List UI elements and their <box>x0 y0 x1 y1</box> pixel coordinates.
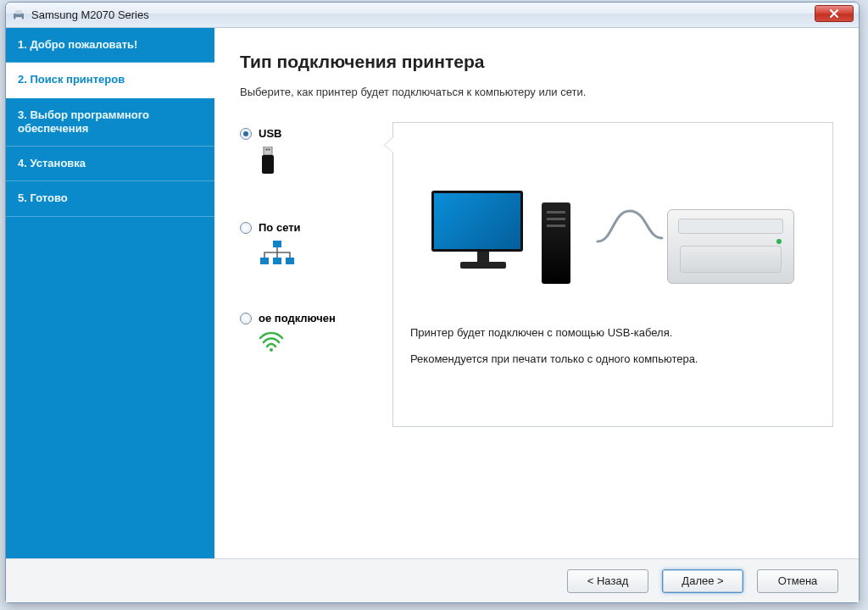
sidebar-item-label: 2. Поиск принтеров <box>18 73 125 86</box>
svg-rect-1 <box>15 10 22 14</box>
svg-rect-9 <box>260 258 269 264</box>
svg-rect-7 <box>269 149 270 151</box>
button-label: < Назад <box>587 574 628 587</box>
radio-usb[interactable] <box>240 128 252 140</box>
monitor-icon <box>431 191 535 284</box>
wifi-icon <box>259 331 284 355</box>
option-usb[interactable]: USB <box>240 127 392 179</box>
description: Принтер будет подключен с помощью USB-ка… <box>410 326 815 365</box>
close-button[interactable] <box>815 5 854 22</box>
option-label: По сети <box>259 221 301 234</box>
sidebar-item-search[interactable]: 2. Поиск принтеров <box>6 63 214 97</box>
usb-icon <box>259 147 277 179</box>
footer: < Назад Далее > Отмена <box>6 558 859 602</box>
option-wireless[interactable]: ое подключен <box>240 312 392 355</box>
network-icon <box>259 241 296 269</box>
next-button[interactable]: Далее > <box>662 569 743 593</box>
page-subtitle: Выберите, как принтер будет подключаться… <box>240 86 833 98</box>
printer-icon <box>667 209 794 284</box>
sidebar-item-done[interactable]: 5. Готово <box>6 181 214 216</box>
titlebar[interactable]: Samsung M2070 Series <box>6 3 859 28</box>
window-title: Samsung M2070 Series <box>31 8 149 21</box>
cable-icon <box>596 204 664 247</box>
back-button[interactable]: < Назад <box>567 569 648 593</box>
sidebar: 1. Добро пожаловать! 2. Поиск принтеров … <box>6 28 214 558</box>
option-label: USB <box>259 127 281 140</box>
main-panel: Тип подключения принтера Выберите, как п… <box>214 28 859 558</box>
installer-window: Samsung M2070 Series 1. Добро пожаловать… <box>5 2 860 603</box>
sidebar-item-label: 3. Выбор программного обеспечения <box>18 108 149 135</box>
sidebar-item-software[interactable]: 3. Выбор программного обеспечения <box>6 98 214 147</box>
close-icon <box>829 8 839 19</box>
page-title: Тип подключения принтера <box>240 52 833 72</box>
option-label: ое подключен <box>259 312 336 324</box>
svg-rect-11 <box>286 258 294 264</box>
options-row: USB По сети <box>240 122 833 427</box>
svg-rect-10 <box>273 258 281 264</box>
svg-point-3 <box>22 14 24 16</box>
options-column: USB По сети <box>240 122 392 427</box>
radio-wireless[interactable] <box>240 313 252 324</box>
sidebar-item-install[interactable]: 4. Установка <box>6 147 214 181</box>
connection-illustration <box>410 148 815 284</box>
preview-panel: Принтер будет подключен с помощью USB-ка… <box>392 122 833 427</box>
svg-rect-6 <box>266 149 268 151</box>
body: 1. Добро пожаловать! 2. Поиск принтеров … <box>6 28 859 558</box>
sidebar-item-welcome[interactable]: 1. Добро пожаловать! <box>6 28 214 63</box>
description-line2: Рекомендуется при печати только с одного… <box>410 352 815 365</box>
radio-network[interactable] <box>240 222 252 234</box>
printer-app-icon <box>11 8 26 23</box>
svg-point-12 <box>270 348 273 352</box>
sidebar-item-label: 5. Готово <box>18 191 68 204</box>
sidebar-item-label: 1. Добро пожаловать! <box>18 38 137 51</box>
sidebar-item-label: 4. Установка <box>18 157 86 169</box>
pc-tower-icon <box>542 202 570 284</box>
button-label: Далее > <box>682 574 723 587</box>
svg-rect-8 <box>273 241 281 247</box>
description-line1: Принтер будет подключен с помощью USB-ка… <box>410 326 815 339</box>
button-label: Отмена <box>778 574 818 587</box>
svg-rect-5 <box>262 155 274 174</box>
option-network[interactable]: По сети <box>240 221 392 269</box>
svg-rect-4 <box>264 147 272 155</box>
svg-rect-2 <box>15 17 22 20</box>
cancel-button[interactable]: Отмена <box>757 569 838 593</box>
